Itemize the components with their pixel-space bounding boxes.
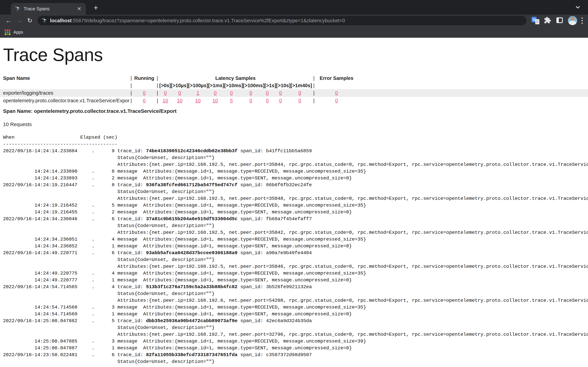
trace-id: 936fa38fcfed661712ba547f5ed747cf [146, 182, 238, 188]
tab-strip: 🔭 Trace Spans ✕ + [0, 0, 588, 15]
browser-menu-icon[interactable] [581, 16, 583, 25]
browser-window: { "browser": { "tab": { "title": "Trace … [0, 0, 588, 367]
back-button[interactable]: ← [5, 17, 12, 24]
latency-bucket-cell: 10 [208, 98, 223, 103]
latency-count-link[interactable]: 0 [214, 90, 216, 96]
latency-count-link[interactable]: 5 [230, 98, 233, 103]
latency-bucket-cell: 10 [188, 98, 208, 103]
spans-table: Span Name | Running | Latency Samples | … [0, 75, 588, 104]
trace-id: 74be418390512c42346cddb02e38bb3f [146, 148, 238, 154]
span-name-cell: exporter/logging/traces [0, 90, 129, 96]
new-tab-button[interactable]: + [92, 3, 100, 13]
trace-id: 513b3f1c276a7159c5a2a33b88b4fc82 [146, 284, 238, 290]
apps-bookmark[interactable]: Apps [13, 30, 23, 35]
error-count-link[interactable]: 0 [335, 90, 338, 96]
telescope-favicon-icon: 🔭 [42, 18, 47, 23]
latency-count-link[interactable]: 0 [250, 98, 252, 103]
column-divider: | [129, 75, 133, 81]
running-count-cell: 0 [133, 90, 156, 96]
latency-count-link[interactable]: 1 [197, 90, 199, 96]
col-error-samples: Error Samples [316, 75, 357, 81]
side-panel-icon[interactable] [556, 16, 563, 25]
url-host: localhost [50, 18, 72, 24]
latency-count-link[interactable]: 10 [195, 98, 201, 103]
trace-id: dbb35e25936a90b4472cabb89073af9e [146, 318, 238, 324]
latency-count-link[interactable]: 0 [230, 90, 233, 96]
tab-title: Trace Spans [24, 6, 76, 12]
column-divider: | [156, 90, 159, 96]
forward-button[interactable]: → [16, 17, 22, 24]
latency-count-link[interactable]: 0 [164, 90, 167, 96]
reload-button[interactable]: ↻ [27, 17, 32, 24]
error-count-link[interactable]: 0 [335, 98, 338, 103]
tab-search-chevron-icon[interactable] [574, 3, 581, 11]
spans-table-body: exporter/logging/traces|0|001000000|0ope… [0, 89, 588, 104]
toolbar-extensions-area: G 文 [529, 16, 585, 25]
latency-bucket-labels: [>0s][>10µs][>100µs][>1ms][>10ms][>100ms… [159, 83, 312, 88]
avatar[interactable] [568, 16, 577, 25]
table-row: opentelemetry.proto.collector.trace.v1.T… [0, 97, 588, 104]
latency-bucket-cell: 0 [273, 90, 288, 96]
col-span-name: Span Name [0, 75, 129, 81]
translate-char-badge: 文 [535, 19, 539, 24]
column-divider: | [129, 98, 133, 103]
latency-bucket-cell: 10 [159, 98, 172, 103]
latency-count-link[interactable]: 0 [266, 90, 269, 96]
latency-bucket-cell: 0 [261, 98, 273, 103]
browser-toolbar: ← → ↻ 🔭 localhost:55679/debug/tracez?zsp… [0, 15, 588, 26]
running-count-link[interactable]: 0 [143, 90, 146, 96]
column-divider: | [129, 83, 133, 88]
column-divider: | [156, 83, 159, 88]
trace-id: 82fa11055b338efcd733187347651fda [146, 352, 238, 358]
latency-count-link[interactable]: 10 [213, 98, 218, 103]
running-count-cell: 0 [133, 98, 156, 103]
col-running: Running [133, 75, 156, 81]
latency-bucket-cell: 0 [159, 90, 172, 96]
url-bar[interactable]: 🔭 localhost:55679/debug/tracez?zspanname… [37, 16, 527, 25]
page-title: Trace Spans [3, 44, 588, 65]
latency-count-link[interactable]: 0 [279, 98, 282, 103]
column-divider: | [312, 90, 316, 96]
column-divider: | [312, 75, 316, 81]
url-path: :55679/debug/tracez?zspanname=openteleme… [72, 18, 345, 24]
spans-table-bucket-row: | | [>0s][>10µs][>100µs][>1ms][>10ms][>1… [0, 82, 588, 89]
latency-bucket-cell: 1 [188, 90, 208, 96]
latency-count-link[interactable]: 0 [178, 90, 181, 96]
tab-close-icon[interactable]: ✕ [76, 6, 82, 12]
latency-bucket-cell: 0 [261, 90, 273, 96]
apps-grid-icon [5, 29, 10, 35]
latency-count-link[interactable]: 0 [250, 90, 252, 96]
column-divider: | [156, 75, 159, 81]
latency-count-link[interactable]: 10 [163, 98, 168, 103]
latency-count-link[interactable]: 0 [298, 98, 301, 103]
latency-count-link[interactable]: 0 [298, 90, 301, 96]
column-divider: | [312, 83, 316, 88]
latency-count-link[interactable]: 0 [266, 98, 269, 103]
error-count-cell: 0 [316, 90, 357, 96]
latency-count-link[interactable]: 0 [279, 90, 282, 96]
telescope-favicon-icon: 🔭 [15, 7, 21, 11]
trace-log: When Elapsed (sec) ---------------------… [3, 134, 588, 365]
error-count-cell: 0 [316, 98, 357, 103]
table-row: exporter/logging/traces|0|001000000|0 [0, 89, 588, 97]
latency-bucket-cell: 5 [223, 98, 240, 103]
latency-count-link[interactable]: 10 [177, 98, 182, 103]
col-latency-samples: Latency Samples [159, 75, 312, 81]
running-count-link[interactable]: 0 [143, 98, 146, 103]
browser-tab[interactable]: 🔭 Trace Spans ✕ [11, 3, 86, 15]
spans-table-header-row: Span Name | Running | Latency Samples | … [0, 75, 588, 82]
column-divider: | [312, 98, 316, 103]
trace-id: 93abb5afcaa0428d37bccee9366188a9 [146, 250, 238, 256]
span-detail-heading: Span Name: opentelemetry.proto.collector… [3, 108, 588, 114]
request-count: 10 Requests [3, 121, 588, 127]
latency-bucket-cell: 0 [240, 90, 261, 96]
column-divider: | [156, 98, 159, 103]
span-name-cell: opentelemetry.proto.collector.trace.v1.T… [0, 98, 129, 103]
latency-bucket-cell: 0 [273, 98, 288, 103]
extensions-puzzle-icon[interactable] [544, 17, 551, 25]
translate-extension-icon[interactable]: G 文 [532, 17, 539, 24]
latency-bucket-cell: 0 [208, 90, 223, 96]
tracez-page: Trace Spans Span Name | Running | Latenc… [0, 44, 588, 365]
latency-bucket-cell: 0 [288, 90, 312, 96]
column-divider: | [129, 90, 133, 96]
